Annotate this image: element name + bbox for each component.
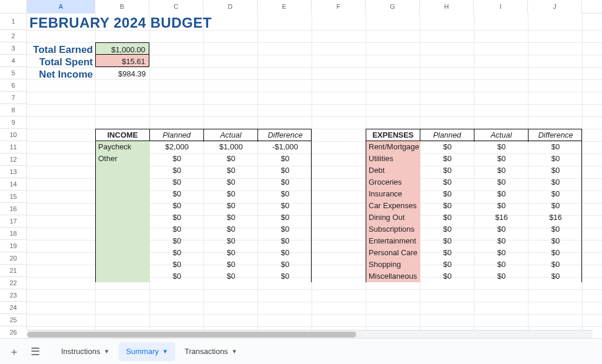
total-earned-value[interactable]: $1,000.00: [95, 42, 149, 55]
sheet-tab-summary[interactable]: Summary▼: [119, 342, 175, 361]
value-cell[interactable]: $0: [150, 247, 204, 259]
row-header-7[interactable]: 7: [0, 92, 26, 104]
spreadsheet-grid[interactable]: FEBRUARY 2024 BUDGET Total Earned Total …: [27, 14, 602, 330]
table-header-cell[interactable]: Actual: [474, 129, 529, 142]
row-header-10[interactable]: 10: [0, 129, 26, 141]
category-cell[interactable]: [96, 176, 150, 188]
column-header-f[interactable]: F: [312, 0, 366, 14]
column-header-i[interactable]: I: [474, 0, 528, 14]
category-cell[interactable]: [96, 165, 150, 176]
column-header-c[interactable]: C: [149, 0, 203, 14]
row-header-8[interactable]: 8: [0, 104, 26, 116]
category-cell[interactable]: Car Expenses: [366, 200, 420, 212]
value-cell[interactable]: $0: [474, 235, 529, 247]
category-cell[interactable]: Dining Out: [366, 212, 420, 223]
value-cell[interactable]: $0: [258, 223, 312, 235]
value-cell[interactable]: $0: [420, 259, 474, 271]
category-cell[interactable]: Paycheck: [96, 141, 150, 153]
value-cell[interactable]: $0: [474, 165, 529, 176]
category-cell[interactable]: Insurance: [366, 188, 420, 200]
category-cell[interactable]: [96, 212, 150, 223]
value-cell[interactable]: $2,000: [150, 141, 204, 153]
value-cell[interactable]: $0: [150, 188, 204, 200]
table-header-cell[interactable]: Planned: [420, 129, 474, 142]
category-cell[interactable]: Debt Payments: [366, 165, 420, 176]
row-header-15[interactable]: 15: [0, 191, 26, 203]
value-cell[interactable]: $0: [529, 235, 583, 247]
table-header-cell[interactable]: EXPENSES: [366, 129, 420, 142]
value-cell[interactable]: $0: [420, 200, 474, 212]
value-cell[interactable]: $0: [150, 223, 204, 235]
value-cell[interactable]: $0: [529, 188, 583, 200]
column-header-a[interactable]: A: [27, 0, 95, 14]
value-cell[interactable]: $0: [474, 200, 529, 212]
row-header-13[interactable]: 13: [0, 166, 26, 178]
value-cell[interactable]: $0: [420, 223, 474, 235]
value-cell[interactable]: $0: [420, 212, 474, 223]
value-cell[interactable]: $0: [204, 176, 258, 188]
horizontal-scrollbar-thumb[interactable]: [27, 332, 356, 338]
value-cell[interactable]: $0: [474, 271, 529, 282]
column-header-b[interactable]: B: [95, 0, 149, 14]
value-cell[interactable]: $0: [529, 165, 583, 176]
value-cell[interactable]: $0: [420, 247, 474, 259]
value-cell[interactable]: $0: [204, 259, 258, 271]
value-cell[interactable]: $0: [204, 212, 258, 223]
value-cell[interactable]: $0: [258, 153, 312, 165]
row-header-25[interactable]: 25: [0, 314, 26, 326]
page-title[interactable]: FEBRUARY 2024 BUDGET: [27, 14, 312, 30]
category-cell[interactable]: Groceries: [366, 176, 420, 188]
row-header-2[interactable]: 2: [0, 30, 26, 42]
category-cell[interactable]: [96, 259, 150, 271]
value-cell[interactable]: $0: [258, 271, 312, 282]
value-cell[interactable]: $0: [150, 176, 204, 188]
value-cell[interactable]: $0: [420, 188, 474, 200]
category-cell[interactable]: [96, 235, 150, 247]
value-cell[interactable]: $0: [150, 200, 204, 212]
row-header-23[interactable]: 23: [0, 289, 26, 302]
column-header-e[interactable]: E: [257, 0, 312, 14]
total-spent-value[interactable]: $15.61: [95, 55, 149, 67]
row-header-14[interactable]: 14: [0, 178, 26, 191]
column-header-h[interactable]: H: [420, 0, 474, 14]
all-sheets-button[interactable]: ☰: [26, 342, 45, 361]
chevron-down-icon[interactable]: ▼: [162, 348, 168, 355]
row-header-16[interactable]: 16: [0, 203, 26, 215]
value-cell[interactable]: $0: [474, 176, 529, 188]
value-cell[interactable]: $0: [258, 247, 312, 259]
category-cell[interactable]: [96, 223, 150, 235]
value-cell[interactable]: $0: [474, 188, 529, 200]
category-cell[interactable]: Rent/Mortgage: [366, 141, 420, 153]
value-cell[interactable]: $0: [420, 271, 474, 282]
row-header-12[interactable]: 12: [0, 153, 26, 166]
value-cell[interactable]: $0: [529, 247, 583, 259]
value-cell[interactable]: $0: [204, 235, 258, 247]
value-cell[interactable]: $0: [258, 212, 312, 223]
row-header-5[interactable]: 5: [0, 67, 26, 79]
net-income-value[interactable]: $984.39: [95, 67, 149, 79]
table-header-cell[interactable]: Difference: [258, 129, 312, 142]
row-header-17[interactable]: 17: [0, 215, 26, 228]
value-cell[interactable]: $0: [204, 223, 258, 235]
sheet-tab-instructions[interactable]: Instructions▼: [54, 342, 116, 361]
horizontal-scrollbar[interactable]: [27, 330, 593, 338]
value-cell[interactable]: $0: [474, 259, 529, 271]
value-cell[interactable]: $0: [529, 223, 583, 235]
row-header-1[interactable]: 1: [0, 14, 26, 30]
category-cell[interactable]: [96, 200, 150, 212]
row-header-4[interactable]: 4: [0, 55, 26, 67]
table-header-cell[interactable]: Planned: [150, 129, 204, 142]
category-cell[interactable]: [96, 188, 150, 200]
value-cell[interactable]: $0: [204, 200, 258, 212]
sheet-tab-transactions[interactable]: Transactions▼: [178, 342, 245, 361]
row-header-21[interactable]: 21: [0, 265, 26, 277]
chevron-down-icon[interactable]: ▼: [103, 348, 109, 355]
value-cell[interactable]: $0: [150, 165, 204, 176]
total-spent-label[interactable]: Total Spent: [27, 55, 95, 67]
row-header-11[interactable]: 11: [0, 141, 26, 153]
value-cell[interactable]: $0: [529, 153, 583, 165]
value-cell[interactable]: $1,000: [204, 141, 258, 153]
row-header-24[interactable]: 24: [0, 302, 26, 314]
value-cell[interactable]: $0: [258, 200, 312, 212]
value-cell[interactable]: $0: [150, 153, 204, 165]
